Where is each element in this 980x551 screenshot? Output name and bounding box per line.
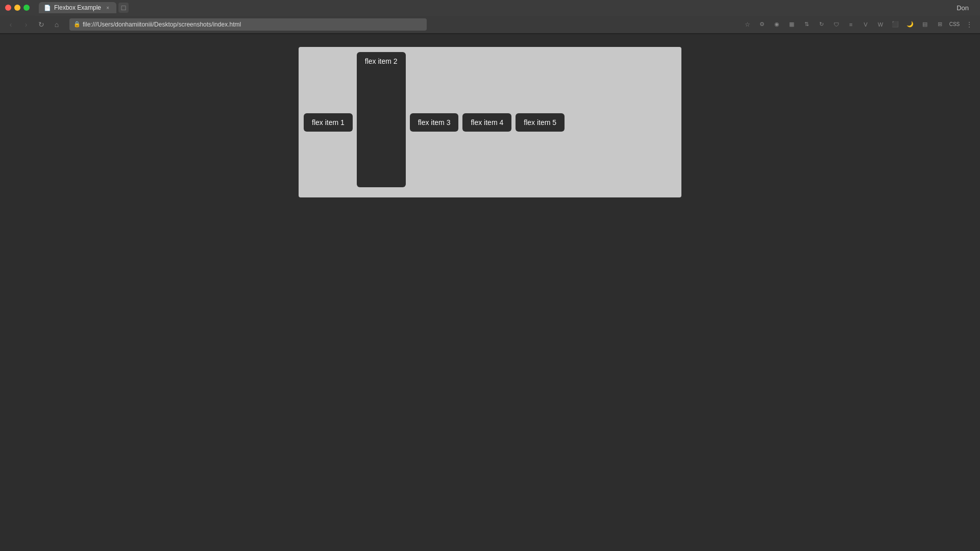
css-button[interactable]: CSS [948,18,961,31]
refresh-button[interactable]: ↻ [35,18,48,31]
extension-button-13[interactable]: ⊞ [933,18,946,31]
tab-close-button[interactable]: × [104,4,111,11]
maximize-button[interactable] [23,5,30,11]
page-content: flex item 1 flex item 2 flex item 3 flex… [0,34,980,535]
new-tab-button[interactable]: □ [118,3,129,13]
tab-title: Flexbox Example [54,4,101,11]
title-bar: 📄 Flexbox Example × □ Don [0,0,980,15]
bookmark-button[interactable]: ☆ [741,18,754,31]
menu-button[interactable]: ⋮ [963,18,976,31]
extension-button-2[interactable]: ◉ [770,18,783,31]
flex-container: flex item 1 flex item 2 flex item 3 flex… [299,47,681,197]
flex-item-4: flex item 4 [462,113,511,132]
extension-button-5[interactable]: ↻ [815,18,828,31]
url-text: file:///Users/donhamiitoniii/Desktop/scr… [83,21,241,28]
flex-item-3: flex item 3 [410,113,459,132]
browser-chrome: 📄 Flexbox Example × □ Don ‹ › ↻ ⌂ 🔒 file… [0,0,980,34]
back-button[interactable]: ‹ [4,18,17,31]
user-name: Don [957,4,975,12]
lock-icon: 🔒 [74,21,81,28]
extension-button-11[interactable]: 🌙 [903,18,917,31]
extension-button-6[interactable]: 🛡 [829,18,843,31]
extension-button-1[interactable]: ⚙ [755,18,769,31]
flex-item-2: flex item 2 [357,52,406,187]
close-button[interactable] [5,5,11,11]
tab-bar: 📄 Flexbox Example × □ [35,0,957,16]
flex-item-5: flex item 5 [516,113,565,132]
forward-button[interactable]: › [19,18,33,31]
active-tab[interactable]: 📄 Flexbox Example × [39,2,116,13]
extension-button-12[interactable]: ▤ [918,18,932,31]
extension-button-3[interactable]: ▦ [785,18,798,31]
minimize-button[interactable] [14,5,20,11]
toolbar-right-buttons: ☆ ⚙ ◉ ▦ ⇅ ↻ 🛡 ≡ V W ⬛ 🌙 ▤ ⊞ CSS ⋮ [741,18,976,31]
traffic-lights [5,5,30,11]
navigation-toolbar: ‹ › ↻ ⌂ 🔒 file:///Users/donhamiitoniii/D… [0,15,980,34]
extension-button-4[interactable]: ⇅ [800,18,813,31]
extension-button-10[interactable]: ⬛ [889,18,902,31]
address-bar[interactable]: 🔒 file:///Users/donhamiitoniii/Desktop/s… [69,18,427,31]
flex-item-1: flex item 1 [304,113,353,132]
home-button[interactable]: ⌂ [50,18,63,31]
extension-button-8[interactable]: V [859,18,872,31]
tab-favicon: 📄 [44,5,51,11]
extension-button-9[interactable]: W [874,18,887,31]
extension-button-7[interactable]: ≡ [844,18,857,31]
